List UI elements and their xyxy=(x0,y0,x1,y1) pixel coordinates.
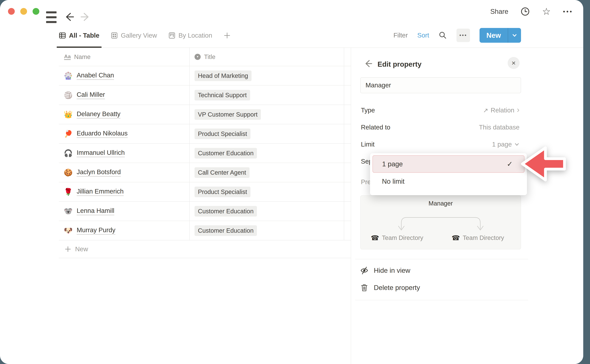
share-button[interactable]: Share xyxy=(490,8,508,15)
panel-divider xyxy=(355,259,528,259)
new-button[interactable]: New xyxy=(479,28,521,43)
back-icon[interactable] xyxy=(364,59,373,68)
view-options-button[interactable]: ••• xyxy=(457,29,470,42)
setting-label: Limit xyxy=(361,141,374,148)
limit-dropdown-menu: 1 page ✓ No limit xyxy=(370,153,527,195)
search-icon[interactable] xyxy=(439,31,447,39)
new-row-label: New xyxy=(75,245,88,253)
row-emoji: 🌹 xyxy=(64,188,73,196)
chevron-right-icon: › xyxy=(517,110,519,111)
title-tag[interactable]: Product Specialist xyxy=(195,129,250,139)
zoom-window-button[interactable] xyxy=(33,8,39,15)
relation-icon: ↗ xyxy=(483,107,488,114)
page-link[interactable]: Murray Purdy xyxy=(77,226,115,235)
tab-label: By Location xyxy=(178,32,212,39)
table-row[interactable]: 🎧Immanuel Ullrich Customer Education xyxy=(59,144,351,163)
hide-in-view-button[interactable]: Hide in view xyxy=(360,263,520,278)
text-property-icon: Aa xyxy=(64,54,71,60)
new-row-button[interactable]: New xyxy=(59,240,351,258)
sort-button[interactable]: Sort xyxy=(417,32,429,39)
table-row[interactable]: 🐶Murray Purdy Customer Education xyxy=(59,221,351,240)
page-link[interactable]: Delaney Beatty xyxy=(77,110,120,119)
filter-button[interactable]: Filter xyxy=(393,32,408,39)
plus-icon xyxy=(223,32,231,39)
forward-arrow-icon[interactable] xyxy=(79,12,90,22)
preview-node-left: ☎ Team Directory xyxy=(371,234,423,241)
close-icon: × xyxy=(512,59,516,67)
trash-icon xyxy=(360,283,369,292)
row-emoji: 👑 xyxy=(64,110,73,119)
dropdown-option-no-limit[interactable]: No limit xyxy=(370,173,527,190)
setting-value: This database xyxy=(479,124,519,131)
annotation-arrow-left xyxy=(513,141,580,188)
setting-label: Related to xyxy=(361,124,390,131)
check-icon: ✓ xyxy=(507,160,513,168)
tab-label: Gallery View xyxy=(121,32,157,39)
title-tag[interactable]: Technical Support xyxy=(195,90,250,100)
table-row[interactable]: 🏓Eduardo Nikolaus Product Specialist xyxy=(59,124,351,144)
tab-all-table[interactable]: All - Table xyxy=(59,23,99,48)
delete-property-button[interactable]: Delete property xyxy=(360,280,520,295)
clock-icon[interactable] xyxy=(521,7,530,16)
page-link[interactable]: Immanuel Ullrich xyxy=(77,149,125,157)
close-panel-button[interactable]: × xyxy=(508,57,520,69)
add-view-button[interactable] xyxy=(223,23,231,48)
tab-gallery-view[interactable]: Gallery View xyxy=(111,23,157,48)
option-label: 1 page xyxy=(382,160,403,168)
setting-row-related-to[interactable]: Related to This database xyxy=(361,120,519,135)
close-window-button[interactable] xyxy=(8,8,15,15)
preview-node-label: Team Directory xyxy=(463,234,504,241)
page-link[interactable]: Anabel Chan xyxy=(77,72,114,80)
table-row[interactable]: 🎡Anabel Chan Head of Marketing xyxy=(59,66,351,85)
tab-by-location[interactable]: By Location xyxy=(168,23,212,48)
title-tag[interactable]: Product Specialist xyxy=(195,187,250,197)
eye-slash-icon xyxy=(360,266,369,275)
title-tag[interactable]: Call Center Agent xyxy=(195,167,249,178)
title-tag[interactable]: VP Customer Support xyxy=(195,109,261,120)
relation-preview-card: Manager ☎ Team Directory ☎ Team Director… xyxy=(360,195,521,249)
select-property-icon: ▼ xyxy=(195,54,201,60)
gallery-view-icon xyxy=(111,32,118,39)
view-tabs: All - Table Gallery View By Location xyxy=(59,23,231,48)
new-button-dropdown[interactable] xyxy=(508,28,521,43)
property-name-input[interactable] xyxy=(360,77,521,93)
setting-row-limit[interactable]: Limit 1 page xyxy=(361,137,519,152)
plus-icon xyxy=(65,246,71,252)
table-row[interactable]: 👑Delaney Beatty VP Customer Support xyxy=(59,105,351,124)
favorite-star-icon[interactable]: ☆ xyxy=(542,7,551,16)
table-row[interactable]: 🐨Lenna Hamill Customer Education xyxy=(59,202,351,221)
page-link[interactable]: Eduardo Nikolaus xyxy=(77,130,128,138)
page-link[interactable]: Lenna Hamill xyxy=(77,207,114,215)
new-button-label[interactable]: New xyxy=(479,28,508,43)
row-emoji: 🏓 xyxy=(64,130,73,138)
minimize-window-button[interactable] xyxy=(20,8,27,15)
app-window: Share ☆ ••• All - Table xyxy=(0,0,583,364)
table-row[interactable]: 🍪Jaclyn Botsford Call Center Agent xyxy=(59,163,351,182)
setting-label: Type xyxy=(361,107,375,114)
title-tag[interactable]: Customer Education xyxy=(195,206,257,217)
row-emoji: 🎧 xyxy=(64,149,73,157)
traffic-lights xyxy=(8,8,39,15)
phone-icon: ☎ xyxy=(371,234,379,241)
table-header: Aa Name ▼ Title xyxy=(59,48,351,66)
sidebar-menu-icon[interactable] xyxy=(46,11,57,23)
title-tag[interactable]: Head of Marketing xyxy=(195,71,251,81)
tab-label: All - Table xyxy=(69,32,99,39)
table-row[interactable]: 🏐Cali Miller Technical Support xyxy=(59,85,351,105)
more-options-icon[interactable]: ••• xyxy=(563,8,573,15)
dropdown-option-1-page[interactable]: 1 page ✓ xyxy=(373,155,524,173)
title-tag[interactable]: Customer Education xyxy=(195,148,257,158)
action-label: Delete property xyxy=(374,284,420,292)
page-link[interactable]: Jaclyn Botsford xyxy=(77,168,121,177)
page-link[interactable]: Jillian Emmerich xyxy=(77,188,124,196)
column-header-name[interactable]: Aa Name xyxy=(59,48,190,66)
column-header-title[interactable]: ▼ Title xyxy=(190,48,344,66)
back-arrow-icon[interactable] xyxy=(64,12,75,22)
setting-row-type[interactable]: Type ↗ Relation › xyxy=(361,103,519,117)
table-row[interactable]: 🌹Jillian Emmerich Product Specialist xyxy=(59,182,351,202)
page-link[interactable]: Cali Miller xyxy=(77,91,105,99)
title-tag[interactable]: Customer Education xyxy=(195,225,257,236)
table-view-icon xyxy=(59,32,66,39)
row-emoji: 🍪 xyxy=(64,168,73,177)
setting-value: 1 page xyxy=(492,141,512,148)
